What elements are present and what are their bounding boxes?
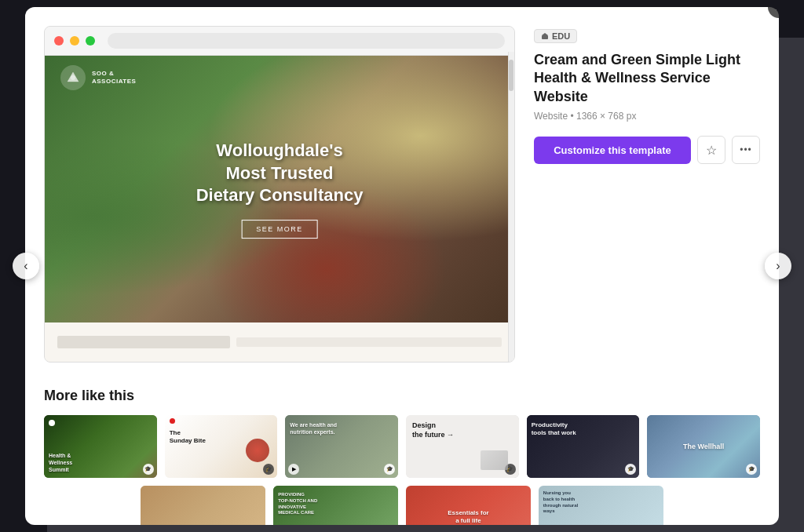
thumb-label: The Wellhall <box>683 443 724 450</box>
thumb-label: TheSunday Bite <box>170 429 206 444</box>
browser-dot-yellow <box>70 36 79 46</box>
browser-dot-green <box>86 36 95 46</box>
thumbnail-item[interactable]: Frames & Spaces Inc. 🎓 <box>141 486 265 525</box>
svg-point-1 <box>71 75 75 80</box>
customize-template-button[interactable]: Customize this template <box>534 137 691 164</box>
thumbnails-row-1: Health &WellnessSummit 🎓 TheSunday Bite … <box>44 415 760 478</box>
more-section-title: More like this <box>44 388 760 404</box>
template-info-panel: EDU Cream and Green Simple Light Health … <box>534 26 760 363</box>
thumb-device <box>481 450 508 470</box>
thumb-label: Designthe future → <box>412 421 454 439</box>
browser-dot-red <box>54 36 64 46</box>
modal-close-button[interactable]: ✕ <box>768 7 779 18</box>
more-icon: ••• <box>740 144 752 155</box>
prev-template-button[interactable]: ‹ <box>13 253 39 279</box>
thumbnail-item[interactable]: Designthe future → 🎓 <box>406 415 519 478</box>
thumb-dot <box>49 420 55 426</box>
thumb-label: Essentials fora full life <box>412 509 524 525</box>
row2-spacer-right <box>671 486 760 525</box>
hero-title: Wolloughdale'sMost TrustedDietary Consul… <box>196 140 364 207</box>
thumbnail-item[interactable]: Productivitytools that work 🎓 <box>527 415 640 478</box>
bottom-bar-filler <box>236 337 502 347</box>
more-like-this-section: More like this Health &WellnessSummit 🎓 … <box>44 384 760 525</box>
thumbnail-item[interactable]: TheSunday Bite 🎓 <box>165 415 278 478</box>
modal-top-section: SOO & ASSOCIATES Wolloughdale'sMost Trus… <box>44 26 760 363</box>
logo-text: SOO & ASSOCIATES <box>92 70 136 85</box>
thumbnail-item[interactable]: Essentials fora full life 🎓 <box>406 486 531 525</box>
row2-spacer <box>44 486 133 525</box>
thumbnails-row-2: Frames & Spaces Inc. 🎓 PROVIDINGTOP-NOTC… <box>44 486 760 525</box>
browser-chrome <box>45 27 514 56</box>
bottom-bar-element <box>57 336 230 348</box>
next-template-button[interactable]: › <box>765 253 791 279</box>
logo-svg <box>66 71 80 85</box>
template-detail-modal: ✕ <box>25 7 779 525</box>
svg-rect-2 <box>542 35 548 39</box>
preview-bottom-strip <box>45 322 514 362</box>
thumb-label: Health &WellnessSummit <box>49 452 72 473</box>
hero-cta-button: SEE MORE <box>241 220 318 239</box>
edu-icon <box>541 32 549 40</box>
prev-arrow-icon: ‹ <box>24 259 27 273</box>
thumb-red-dot <box>170 418 175 424</box>
thumbnail-item[interactable]: We are health andnutrition experts. ▶ 🎓 <box>285 415 398 478</box>
favorite-button[interactable]: ☆ <box>697 136 725 164</box>
thumbnail-item[interactable]: Nursing youback to healththrough natural… <box>539 486 663 525</box>
thumb-label: Nursing youback to healththrough natural… <box>543 490 659 515</box>
thumbnail-item[interactable]: Health &WellnessSummit 🎓 <box>44 415 157 478</box>
thumb-badge: 🎓 <box>746 464 757 475</box>
thumb-badge: 🎓 <box>384 464 395 475</box>
more-options-button[interactable]: ••• <box>732 136 760 164</box>
logo-icon <box>60 65 86 90</box>
edu-badge: EDU <box>534 29 577 43</box>
thumb-label: PROVIDINGTOP-NOTCH ANDINNOVATIVEMEDICAL … <box>278 492 393 516</box>
browser-url-bar <box>108 33 505 49</box>
star-icon: ☆ <box>706 143 717 158</box>
thumb-badge: 🎓 <box>143 464 154 475</box>
next-arrow-icon: › <box>776 259 780 273</box>
thumb-label: Productivitytools that work <box>532 421 635 438</box>
close-icon: ✕ <box>774 7 779 13</box>
hero-text-block: Wolloughdale'sMost TrustedDietary Consul… <box>196 140 364 239</box>
template-title: Cream and Green Simple Light Health & We… <box>534 51 760 106</box>
website-logo: SOO & ASSOCIATES <box>60 65 136 90</box>
website-navigation: SOO & ASSOCIATES <box>45 56 514 100</box>
website-preview-area: SOO & ASSOCIATES Wolloughdale'sMost Trus… <box>45 56 514 322</box>
template-preview: SOO & ASSOCIATES Wolloughdale'sMost Trus… <box>44 26 515 363</box>
modal-backdrop: ‹ › ✕ <box>0 0 804 532</box>
template-meta: Website • 1366 × 768 px <box>534 111 760 122</box>
thumb-label: We are health andnutrition experts. <box>290 421 393 435</box>
svg-marker-3 <box>542 33 548 35</box>
action-row: Customize this template ☆ ••• <box>534 136 760 164</box>
thumbnail-item[interactable]: The Wellhall 🎓 <box>647 415 760 478</box>
thumbnail-item[interactable]: PROVIDINGTOP-NOTCH ANDINNOVATIVEMEDICAL … <box>273 486 398 525</box>
